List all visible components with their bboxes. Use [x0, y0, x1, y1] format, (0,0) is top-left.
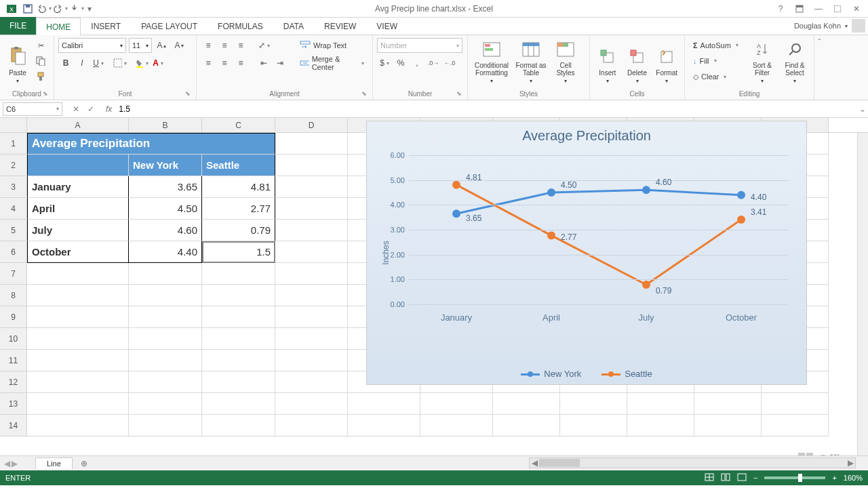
cell[interactable]: [27, 350, 129, 371]
paste-button[interactable]: Paste▾: [4, 38, 31, 84]
number-launcher-icon[interactable]: ⬊: [455, 90, 463, 98]
zoom-slider[interactable]: [764, 476, 825, 479]
new-sheet-icon[interactable]: ⊕: [77, 458, 92, 470]
cell[interactable]: January: [27, 176, 129, 198]
alignment-launcher-icon[interactable]: ⬊: [360, 90, 368, 98]
row-header[interactable]: 12: [0, 371, 27, 393]
tab-home[interactable]: HOME: [36, 18, 81, 35]
row-header[interactable]: 1: [0, 133, 27, 155]
cell[interactable]: [762, 393, 829, 415]
sheet-tab-line[interactable]: Line: [35, 458, 73, 469]
orientation-icon[interactable]: ⤢: [256, 38, 271, 53]
redo-icon[interactable]: [53, 1, 68, 16]
cell[interactable]: [275, 198, 348, 220]
cell[interactable]: [129, 285, 202, 306]
cell[interactable]: [202, 328, 275, 350]
cell[interactable]: [129, 306, 202, 328]
sheet-nav-next-icon[interactable]: ▶: [12, 459, 18, 468]
cell[interactable]: 4.60: [129, 220, 202, 241]
number-format-select[interactable]: Number▾: [377, 38, 462, 53]
increase-indent-icon[interactable]: ⇥: [273, 56, 288, 70]
grow-font-icon[interactable]: A▲: [155, 38, 170, 53]
cell[interactable]: [275, 328, 348, 350]
row-header[interactable]: 10: [0, 328, 27, 350]
tab-insert[interactable]: INSERT: [81, 17, 131, 35]
cell[interactable]: [275, 176, 348, 198]
cell[interactable]: [348, 415, 420, 436]
cell[interactable]: [275, 263, 348, 285]
row-header[interactable]: 11: [0, 350, 27, 371]
fill-color-icon[interactable]: [134, 56, 149, 70]
align-top-icon[interactable]: ≡: [201, 38, 216, 53]
row-header[interactable]: 14: [0, 415, 27, 436]
fill-button[interactable]: ↓ Fill: [689, 54, 745, 68]
align-bottom-icon[interactable]: ≡: [233, 38, 248, 53]
sort-filter-button[interactable]: AZ Sort & Filter▾: [747, 38, 777, 84]
touch-mode-icon[interactable]: [69, 1, 84, 16]
row-header[interactable]: 8: [0, 285, 27, 306]
tab-view[interactable]: VIEW: [366, 17, 408, 35]
tab-review[interactable]: REVIEW: [314, 17, 366, 35]
cell[interactable]: [560, 393, 627, 415]
cell[interactable]: [27, 155, 129, 176]
cell[interactable]: [27, 306, 129, 328]
cell[interactable]: Seattle: [202, 155, 275, 176]
row-header[interactable]: 3: [0, 176, 27, 198]
cell[interactable]: [275, 350, 348, 371]
column-header[interactable]: D: [275, 118, 348, 132]
cell[interactable]: [762, 415, 829, 436]
cell[interactable]: [27, 415, 129, 436]
cell[interactable]: [627, 415, 694, 436]
chart-plot-area[interactable]: 0.001.002.003.004.005.006.00JanuaryApril…: [409, 155, 789, 331]
cell[interactable]: 4.50: [129, 198, 202, 220]
cell[interactable]: [275, 393, 348, 415]
align-center-icon[interactable]: ≡: [217, 56, 232, 70]
column-header[interactable]: B: [129, 118, 202, 132]
column-header[interactable]: A: [27, 118, 129, 132]
cell[interactable]: [275, 285, 348, 306]
spreadsheet-grid[interactable]: ABCDEFGHIJK 1234567891011121314 Average …: [0, 118, 868, 455]
excel-icon[interactable]: X: [4, 1, 19, 16]
font-color-icon[interactable]: A: [151, 56, 165, 70]
tab-page-layout[interactable]: PAGE LAYOUT: [131, 17, 208, 35]
autosum-button[interactable]: Σ AutoSum: [689, 38, 745, 52]
tab-formulas[interactable]: FORMULAS: [208, 17, 273, 35]
ribbon-display-icon[interactable]: [791, 2, 808, 16]
cell[interactable]: October: [27, 241, 129, 263]
cell[interactable]: [202, 393, 275, 415]
row-header[interactable]: 4: [0, 198, 27, 220]
cell[interactable]: [27, 263, 129, 285]
cell[interactable]: [129, 263, 202, 285]
clear-button[interactable]: ◇ Clear: [689, 70, 745, 84]
cell[interactable]: [129, 371, 202, 393]
italic-button[interactable]: I: [75, 56, 90, 70]
close-icon[interactable]: ✕: [848, 2, 865, 16]
cell[interactable]: [275, 415, 348, 436]
row-header[interactable]: 6: [0, 241, 27, 263]
row-header[interactable]: 13: [0, 393, 27, 415]
vertical-scrollbar[interactable]: [857, 133, 868, 455]
clipboard-launcher-icon[interactable]: ⬊: [41, 90, 50, 98]
cell[interactable]: [420, 415, 493, 436]
cell[interactable]: [275, 220, 348, 241]
accounting-icon[interactable]: $: [377, 56, 392, 70]
sheet-nav-prev-icon[interactable]: ◀: [4, 459, 10, 468]
minimize-icon[interactable]: —: [810, 2, 827, 16]
tab-file[interactable]: FILE: [0, 17, 36, 35]
cell[interactable]: 3.65: [129, 176, 202, 198]
row-header[interactable]: 7: [0, 263, 27, 285]
cell[interactable]: [560, 415, 627, 436]
chart-legend[interactable]: New York Seattle: [367, 369, 806, 379]
cell[interactable]: [202, 285, 275, 306]
expand-formula-bar-icon[interactable]: ⌄: [857, 104, 868, 114]
format-painter-icon[interactable]: [34, 70, 47, 83]
cell[interactable]: [493, 415, 560, 436]
cell[interactable]: [129, 328, 202, 350]
wrap-text-button[interactable]: Wrap Text: [296, 38, 368, 53]
cell[interactable]: [202, 350, 275, 371]
percent-icon[interactable]: %: [393, 56, 408, 70]
zoom-in-icon[interactable]: +: [832, 474, 836, 482]
cell[interactable]: Average Precipitation: [27, 133, 275, 155]
cell[interactable]: 4.81: [202, 176, 275, 198]
maximize-icon[interactable]: [829, 2, 846, 16]
